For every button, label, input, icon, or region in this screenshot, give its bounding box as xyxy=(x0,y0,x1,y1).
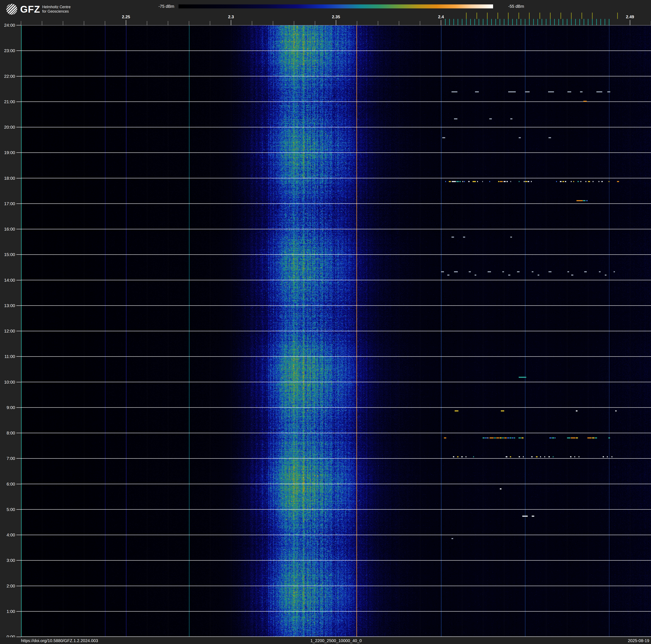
time-label: 4:00 xyxy=(0,532,15,537)
time-tick xyxy=(17,560,21,561)
ble-channel-tick xyxy=(474,19,475,25)
logo-brand-text: GFZ xyxy=(20,4,40,14)
time-tick xyxy=(17,178,21,178)
ble-channel-tick xyxy=(466,19,467,25)
time-label: 24:00 xyxy=(0,23,15,28)
ble-channel-tick xyxy=(563,19,563,25)
time-label: 11:00 xyxy=(0,354,15,359)
time-tick xyxy=(17,25,21,25)
freq-label: 2.25 xyxy=(114,14,138,19)
logo-name-line1: Helmholtz Centre xyxy=(42,5,70,9)
time-label: 22:00 xyxy=(0,74,15,79)
time-label: 17:00 xyxy=(0,201,15,206)
ble-channel-tick xyxy=(483,19,484,25)
wifi-channel-tick xyxy=(466,12,467,19)
time-tick xyxy=(17,229,21,229)
time-tick xyxy=(17,127,21,127)
spectrogram-canvas xyxy=(21,25,651,637)
time-tick xyxy=(17,509,21,510)
colorbar xyxy=(179,4,493,8)
wifi-channel-tick xyxy=(539,12,540,19)
ble-channel-tick xyxy=(596,19,597,25)
colorbar-min-label: -75 dBm xyxy=(136,4,174,8)
freq-major-tick xyxy=(336,20,336,25)
time-tick xyxy=(17,356,21,357)
ble-channel-tick xyxy=(584,19,584,25)
ble-channel-tick xyxy=(478,19,479,25)
time-label: 19:00 xyxy=(0,150,15,155)
freq-major-tick xyxy=(441,20,441,25)
time-label: 5:00 xyxy=(0,507,15,512)
time-label: 7:00 xyxy=(0,456,15,461)
ble-channel-tick xyxy=(445,19,445,25)
ble-channel-tick xyxy=(495,19,496,25)
time-label: 6:00 xyxy=(0,481,15,486)
freq-minor-tick xyxy=(273,21,273,25)
freq-major-tick xyxy=(231,20,231,25)
wifi-channel-tick xyxy=(529,12,530,19)
gfz-logo: GFZ Helmholtz Centre for Geosciences xyxy=(6,3,70,15)
time-label: 10:00 xyxy=(0,379,15,384)
freq-minor-tick xyxy=(84,21,84,25)
gfz-globe-icon xyxy=(6,3,18,15)
time-tick xyxy=(17,611,21,612)
ble-channel-tick xyxy=(537,19,538,25)
time-label: 15:00 xyxy=(0,252,15,257)
freq-label: 2.4 xyxy=(428,14,454,19)
time-tick xyxy=(17,637,21,637)
ble-channel-tick xyxy=(521,19,521,25)
ble-channel-tick xyxy=(554,19,555,25)
freq-minor-tick xyxy=(168,21,168,25)
ble-channel-tick xyxy=(491,19,492,25)
time-tick xyxy=(17,535,21,535)
time-label: 16:00 xyxy=(0,227,15,232)
time-tick xyxy=(17,331,21,331)
ble-channel-tick xyxy=(558,19,559,25)
freq-minor-tick xyxy=(147,21,147,25)
time-label: 20:00 xyxy=(0,125,15,130)
ble-channel-tick xyxy=(462,19,462,25)
time-tick xyxy=(17,152,21,153)
ble-channel-tick xyxy=(458,19,458,25)
time-label: 8:00 xyxy=(0,431,15,436)
ble-channel-tick xyxy=(550,19,551,25)
logo-name-line2: for Geosciences xyxy=(42,9,70,14)
time-tick xyxy=(17,280,21,281)
wifi-channel-tick xyxy=(508,12,508,19)
ble-channel-tick xyxy=(575,19,576,25)
time-label: 9:00 xyxy=(0,405,15,410)
doi-link[interactable]: https://doi.org/10.5880/GFZ.1.2.2024.003 xyxy=(21,637,98,644)
wifi-channel-tick xyxy=(476,12,477,19)
ble-channel-tick xyxy=(541,19,542,25)
freq-minor-tick xyxy=(189,21,189,25)
ble-channel-tick xyxy=(487,19,488,25)
colorbar-max-label: -55 dBm xyxy=(508,4,550,8)
ble-channel-tick xyxy=(525,19,525,25)
ble-channel-tick xyxy=(500,19,500,25)
freq-major-tick xyxy=(630,20,630,25)
wifi-channel-tick xyxy=(592,12,593,19)
time-label: 3:00 xyxy=(0,558,15,563)
spectrogram-page: GFZ Helmholtz Centre for Geosciences -75… xyxy=(0,0,651,644)
ble-channel-tick xyxy=(533,19,534,25)
logo-institute-name: Helmholtz Centre for Geosciences xyxy=(42,5,70,14)
ble-channel-tick xyxy=(512,19,513,25)
time-tick xyxy=(17,407,21,408)
freq-minor-tick xyxy=(42,21,42,25)
ble-channel-tick xyxy=(529,19,530,25)
wifi-channel-tick xyxy=(571,12,571,19)
time-label: 23:00 xyxy=(0,48,15,53)
freq-minor-tick xyxy=(21,21,21,25)
ble-channel-tick xyxy=(579,19,580,25)
time-label: 18:00 xyxy=(0,176,15,180)
ble-channel-tick xyxy=(567,19,567,25)
time-tick xyxy=(17,254,21,255)
freq-minor-tick xyxy=(252,21,252,25)
time-tick xyxy=(17,433,21,433)
wifi-channel-tick xyxy=(487,12,488,19)
freq-minor-tick xyxy=(63,21,63,25)
freq-minor-tick xyxy=(399,21,399,25)
time-tick xyxy=(17,484,21,484)
wifi-channel-tick xyxy=(550,12,551,19)
freq-minor-tick xyxy=(378,21,378,25)
